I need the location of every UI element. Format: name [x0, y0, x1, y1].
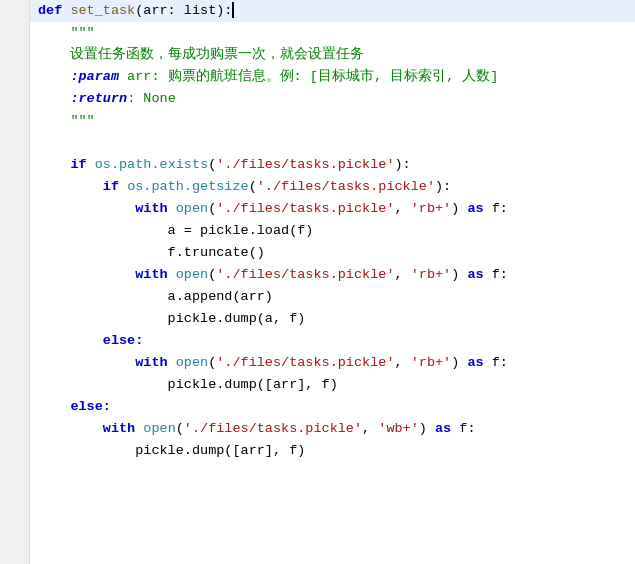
token-builtin: open	[176, 355, 208, 370]
token-param-kw: :param	[70, 69, 119, 84]
token-str: 'wb+'	[378, 421, 419, 436]
token-plain: pickle.dump([arr], f)	[38, 443, 305, 458]
token-str: './files/tasks.pickle'	[184, 421, 362, 436]
code-line	[30, 132, 635, 154]
token-kw: as	[435, 421, 451, 436]
code-line: :return: None	[30, 88, 635, 110]
code-line: a.append(arr)	[30, 286, 635, 308]
token-kw: with	[103, 421, 144, 436]
code-line: with open('./files/tasks.pickle', 'rb+')…	[30, 352, 635, 374]
token-kw: with	[135, 201, 176, 216]
token-kw: if	[70, 157, 94, 172]
token-plain: a.append(arr)	[38, 289, 273, 304]
token-param-kw: :return	[70, 91, 127, 106]
token-plain	[38, 113, 70, 128]
token-plain: (arr: list):	[135, 3, 232, 18]
token-plain	[38, 69, 70, 84]
token-plain: ,	[362, 421, 378, 436]
token-str: './files/tasks.pickle'	[216, 157, 394, 172]
token-func: set_task	[70, 3, 135, 18]
token-builtin: os.path.exists	[95, 157, 208, 172]
code-line: if os.path.getsize('./files/tasks.pickle…	[30, 176, 635, 198]
token-comment: """	[70, 113, 94, 128]
code-line: :param arr: 购票的航班信息。例: [目标城市, 目标索引, 人数]	[30, 66, 635, 88]
token-plain: ,	[394, 267, 410, 282]
token-plain: (	[176, 421, 184, 436]
token-plain	[38, 47, 70, 62]
token-kw: else:	[103, 333, 144, 348]
token-kw: as	[467, 267, 483, 282]
code-line: """	[30, 22, 635, 44]
token-plain: f:	[484, 267, 508, 282]
token-plain: f:	[451, 421, 475, 436]
token-kw: def	[38, 3, 70, 18]
token-str: './files/tasks.pickle'	[216, 201, 394, 216]
token-kw: as	[467, 355, 483, 370]
line-gutter	[0, 0, 30, 564]
code-editor: def set_task(arr: list): """ 设置任务函数，每成功购…	[0, 0, 635, 564]
token-str: './files/tasks.pickle'	[257, 179, 435, 194]
token-plain	[38, 421, 103, 436]
code-line: else:	[30, 330, 635, 352]
token-plain: )	[451, 201, 467, 216]
code-line: pickle.dump([arr], f)	[30, 440, 635, 462]
token-plain	[38, 201, 135, 216]
token-builtin: os.path.getsize	[127, 179, 249, 194]
token-str: 'rb+'	[411, 267, 452, 282]
token-plain: ,	[394, 201, 410, 216]
code-line: f.truncate()	[30, 242, 635, 264]
code-line: """	[30, 110, 635, 132]
token-plain	[38, 157, 70, 172]
code-line: with open('./files/tasks.pickle', 'wb+')…	[30, 418, 635, 440]
token-plain: ):	[435, 179, 451, 194]
token-builtin: open	[176, 267, 208, 282]
token-plain: ):	[394, 157, 410, 172]
text-cursor	[232, 2, 234, 18]
token-plain: )	[451, 267, 467, 282]
token-plain: pickle.dump([arr], f)	[38, 377, 338, 392]
code-line: with open('./files/tasks.pickle', 'rb+')…	[30, 264, 635, 286]
token-comment: arr: 购票的航班信息。例: [目标城市, 目标索引, 人数]	[119, 69, 498, 84]
code-line: else:	[30, 396, 635, 418]
token-plain	[38, 267, 135, 282]
token-builtin: open	[143, 421, 175, 436]
token-plain: f:	[484, 355, 508, 370]
token-kw: as	[467, 201, 483, 216]
code-line: pickle.dump(a, f)	[30, 308, 635, 330]
token-builtin: open	[176, 201, 208, 216]
token-kw: if	[103, 179, 127, 194]
code-content[interactable]: def set_task(arr: list): """ 设置任务函数，每成功购…	[30, 0, 635, 564]
token-str: './files/tasks.pickle'	[216, 355, 394, 370]
token-str: './files/tasks.pickle'	[216, 267, 394, 282]
token-plain	[38, 91, 70, 106]
token-plain: f.truncate()	[38, 245, 265, 260]
token-kw: with	[135, 355, 176, 370]
code-line: if os.path.exists('./files/tasks.pickle'…	[30, 154, 635, 176]
token-plain: )	[451, 355, 467, 370]
token-plain: a = pickle.load(f)	[38, 223, 313, 238]
token-plain: ,	[394, 355, 410, 370]
code-line: with open('./files/tasks.pickle', 'rb+')…	[30, 198, 635, 220]
code-line: def set_task(arr: list):	[30, 0, 635, 22]
token-str: 'rb+'	[411, 201, 452, 216]
token-comment: """	[70, 25, 94, 40]
token-plain	[38, 355, 135, 370]
token-comment: : None	[127, 91, 176, 106]
token-plain: (	[249, 179, 257, 194]
token-plain	[38, 333, 103, 348]
token-plain	[38, 25, 70, 40]
token-plain	[38, 179, 103, 194]
token-plain: )	[419, 421, 435, 436]
code-line: 设置任务函数，每成功购票一次，就会设置任务	[30, 44, 635, 66]
token-comment: 设置任务函数，每成功购票一次，就会设置任务	[70, 47, 364, 62]
token-kw: else:	[38, 399, 111, 414]
token-str: 'rb+'	[411, 355, 452, 370]
token-plain: f:	[484, 201, 508, 216]
token-plain: pickle.dump(a, f)	[38, 311, 305, 326]
code-line: pickle.dump([arr], f)	[30, 374, 635, 396]
code-line: a = pickle.load(f)	[30, 220, 635, 242]
token-kw: with	[135, 267, 176, 282]
